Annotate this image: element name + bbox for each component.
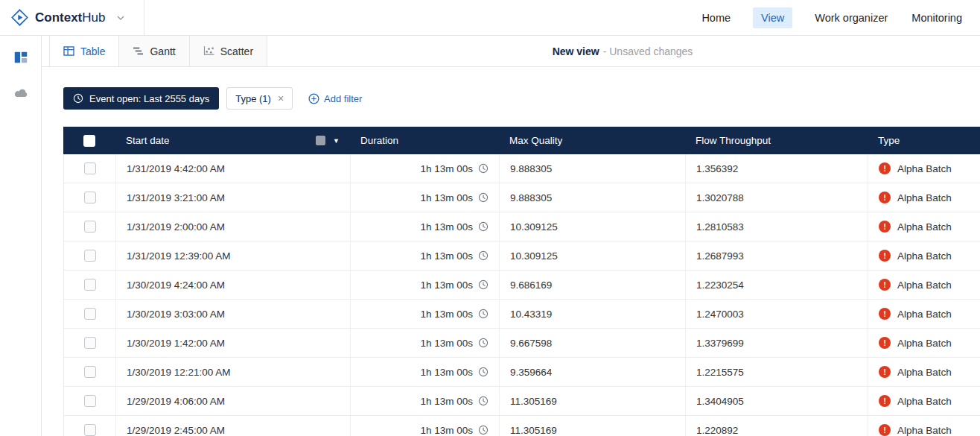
row-cell-flow-throughput: 1.2230254 bbox=[686, 271, 868, 299]
alert-icon: ! bbox=[879, 162, 891, 174]
tab-scatter[interactable]: Scatter bbox=[190, 36, 267, 66]
row-cell-type: ! Alpha Batch bbox=[868, 387, 980, 415]
row-cell-max-quality: 10.309125 bbox=[500, 241, 686, 270]
layout-icon bbox=[13, 49, 29, 66]
table-row[interactable]: 1/30/2019 3:03:00 AM 1h 13m 00s 10.43319… bbox=[63, 300, 980, 329]
row-checkbox[interactable] bbox=[84, 424, 96, 436]
sidebar-cloud-button[interactable] bbox=[6, 79, 36, 107]
table-row[interactable]: 1/31/2019 12:39:00 AM 1h 13m 00s 10.3091… bbox=[63, 241, 980, 271]
data-table: Start date ▼ Duration Max Quality Flow T… bbox=[63, 127, 980, 436]
tab-table-label: Table bbox=[80, 45, 105, 57]
clock-icon bbox=[478, 250, 489, 261]
table-row[interactable]: 1/29/2019 2:45:00 AM 1h 13m 00s 11.30516… bbox=[63, 416, 980, 436]
row-cell-max-quality: 9.359664 bbox=[500, 358, 686, 386]
alert-icon: ! bbox=[879, 250, 891, 262]
content-area: Table Gantt bbox=[42, 36, 980, 436]
table-row[interactable]: 1/30/2019 4:24:00 AM 1h 13m 00s 9.686169… bbox=[63, 271, 980, 300]
nav-home[interactable]: Home bbox=[700, 7, 732, 28]
column-color-swatch bbox=[316, 136, 325, 145]
plus-circle-icon bbox=[308, 93, 319, 104]
alert-icon: ! bbox=[879, 308, 891, 320]
row-cell-duration: 1h 13m 00s bbox=[351, 416, 500, 436]
row-cell-start-date: 1/30/2019 3:03:00 AM bbox=[116, 300, 351, 328]
row-cell-type: ! Alpha Batch bbox=[868, 416, 980, 436]
event-filter-pill[interactable]: Event open: Last 2555 days bbox=[63, 87, 219, 110]
row-cell-select bbox=[64, 300, 116, 328]
row-checkbox[interactable] bbox=[84, 308, 96, 320]
sidebar-views-button[interactable] bbox=[6, 43, 36, 72]
tab-scatter-label: Scatter bbox=[220, 45, 253, 57]
app-window: ContextHub Home View Work organizer Moni… bbox=[0, 0, 980, 436]
clock-icon bbox=[73, 93, 83, 104]
topbar-divider bbox=[144, 0, 144, 35]
event-filter-label: Event open: Last 2555 days bbox=[89, 93, 209, 104]
row-cell-flow-throughput: 1.3404905 bbox=[686, 387, 868, 415]
row-cell-duration: 1h 13m 00s bbox=[351, 271, 500, 299]
table-row[interactable]: 1/31/2019 3:21:00 AM 1h 13m 00s 9.888305… bbox=[63, 183, 980, 212]
row-checkbox[interactable] bbox=[84, 337, 96, 349]
row-checkbox[interactable] bbox=[84, 366, 96, 378]
alert-icon: ! bbox=[879, 192, 891, 203]
row-cell-duration: 1h 13m 00s bbox=[351, 358, 500, 386]
tab-table[interactable]: Table bbox=[49, 36, 119, 66]
alert-icon: ! bbox=[879, 366, 891, 378]
brand-name: ContextHub bbox=[35, 10, 105, 25]
type-filter-label: Type (1) bbox=[235, 93, 271, 104]
clock-icon bbox=[478, 425, 489, 435]
select-all-checkbox[interactable] bbox=[83, 135, 95, 147]
sort-caret-icon[interactable]: ▼ bbox=[333, 137, 340, 145]
row-cell-start-date: 1/30/2019 12:21:00 AM bbox=[116, 358, 351, 386]
add-filter-button[interactable]: Add filter bbox=[304, 92, 366, 105]
clock-icon bbox=[478, 192, 489, 203]
clock-icon bbox=[478, 396, 489, 406]
view-tab-bar: Table Gantt bbox=[42, 36, 980, 67]
table-row[interactable]: 1/29/2019 4:06:00 AM 1h 13m 00s 11.30516… bbox=[63, 387, 980, 416]
view-tabs: Table Gantt bbox=[49, 36, 267, 66]
row-cell-max-quality: 9.888305 bbox=[500, 183, 686, 212]
row-cell-select bbox=[64, 416, 116, 436]
row-checkbox[interactable] bbox=[84, 221, 96, 233]
row-cell-start-date: 1/31/2019 4:42:00 AM bbox=[116, 154, 351, 183]
table-row[interactable]: 1/30/2019 1:42:00 AM 1h 13m 00s 9.667598… bbox=[63, 329, 980, 358]
row-cell-duration: 1h 13m 00s bbox=[351, 212, 500, 241]
nav-monitoring[interactable]: Monitoring bbox=[910, 7, 964, 28]
remove-filter-icon[interactable]: × bbox=[278, 93, 284, 104]
row-checkbox[interactable] bbox=[84, 192, 96, 203]
table-row[interactable]: 1/31/2019 4:42:00 AM 1h 13m 00s 9.888305… bbox=[63, 154, 980, 183]
header-cell-flow-throughput[interactable]: Flow Throughput bbox=[685, 127, 868, 154]
header-cell-duration[interactable]: Duration bbox=[350, 127, 499, 154]
row-cell-duration: 1h 13m 00s bbox=[351, 387, 500, 415]
header-cell-type[interactable]: Type bbox=[868, 127, 980, 154]
row-cell-max-quality: 9.888305 bbox=[500, 154, 686, 183]
alert-icon: ! bbox=[879, 279, 891, 291]
row-cell-type: ! Alpha Batch bbox=[868, 154, 980, 183]
alert-icon: ! bbox=[879, 337, 891, 349]
alert-icon: ! bbox=[879, 424, 891, 436]
clock-icon bbox=[478, 338, 489, 348]
clock-icon bbox=[478, 309, 489, 319]
top-nav: Home View Work organizer Monitoring bbox=[700, 7, 964, 28]
table-row[interactable]: 1/31/2019 2:00:00 AM 1h 13m 00s 10.30912… bbox=[63, 212, 980, 241]
table-row[interactable]: 1/30/2019 12:21:00 AM 1h 13m 00s 9.35966… bbox=[63, 358, 980, 387]
row-cell-select bbox=[64, 183, 116, 212]
row-cell-max-quality: 10.309125 bbox=[500, 212, 686, 241]
tab-gantt[interactable]: Gantt bbox=[119, 36, 189, 66]
row-checkbox[interactable] bbox=[84, 279, 96, 291]
row-checkbox[interactable] bbox=[84, 162, 96, 174]
row-checkbox[interactable] bbox=[84, 250, 96, 262]
brand[interactable]: ContextHub bbox=[10, 8, 124, 27]
nav-work-organizer[interactable]: Work organizer bbox=[813, 7, 889, 28]
type-filter-chip[interactable]: Type (1) × bbox=[226, 87, 293, 110]
header-cell-start-date[interactable]: Start date ▼ bbox=[115, 127, 350, 154]
header-cell-max-quality[interactable]: Max Quality bbox=[499, 127, 685, 154]
row-cell-type: ! Alpha Batch bbox=[868, 241, 980, 270]
chevron-down-icon[interactable] bbox=[117, 16, 124, 20]
row-cell-flow-throughput: 1.2810583 bbox=[686, 212, 868, 241]
clock-icon bbox=[478, 221, 489, 232]
nav-view[interactable]: View bbox=[753, 7, 792, 28]
row-checkbox[interactable] bbox=[84, 395, 96, 407]
row-cell-max-quality: 11.305169 bbox=[500, 416, 686, 436]
clock-icon bbox=[478, 163, 489, 174]
gantt-icon bbox=[133, 46, 144, 56]
clock-icon bbox=[478, 279, 489, 290]
